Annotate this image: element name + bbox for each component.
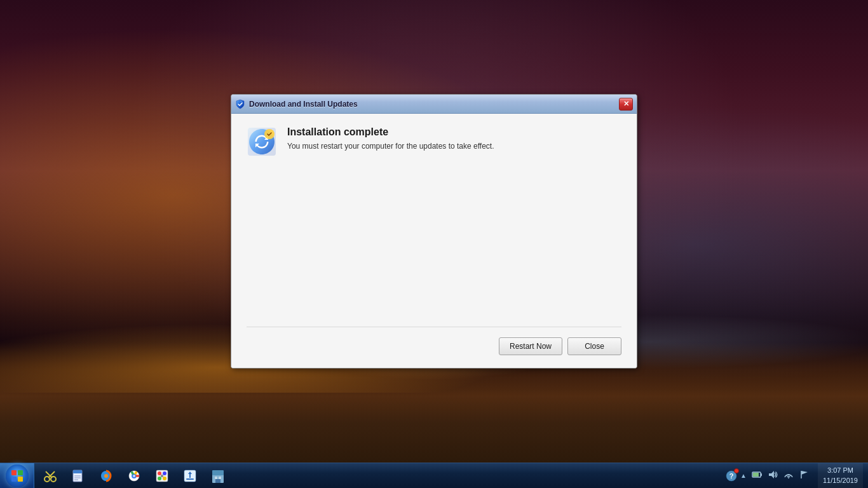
dialog-body-text: You must restart your computer for the u… xyxy=(287,142,621,151)
taskbar-pinned-icons xyxy=(34,463,234,488)
svg-rect-33 xyxy=(215,479,220,483)
svg-rect-28 xyxy=(186,478,194,480)
svg-rect-32 xyxy=(219,477,221,479)
tray-volume-icon[interactable] xyxy=(766,468,780,484)
start-orb xyxy=(6,464,29,487)
svg-rect-4 xyxy=(11,477,17,482)
system-tray: ? ▲ xyxy=(722,463,815,488)
tray-battery-icon[interactable] xyxy=(750,468,764,484)
taskbar-right: ? ▲ xyxy=(722,463,868,488)
dialog-overlay: Download and Install Updates ✕ xyxy=(0,0,868,463)
svg-rect-37 xyxy=(761,473,762,476)
svg-point-20 xyxy=(133,475,135,477)
dialog-content-area: Installation complete You must restart y… xyxy=(247,126,621,157)
svg-point-40 xyxy=(788,477,789,478)
svg-rect-31 xyxy=(215,477,217,479)
svg-point-16 xyxy=(104,474,108,478)
start-button[interactable] xyxy=(0,463,34,489)
taskbar: ? ▲ xyxy=(0,463,868,488)
close-button[interactable]: Close xyxy=(567,337,621,355)
taskbar-icon-windows-update[interactable] xyxy=(177,464,203,488)
titlebar-app-icon xyxy=(235,99,245,109)
clock-area[interactable]: 3:07 PM 11/15/2019 xyxy=(818,463,863,488)
taskbar-icon-paint[interactable] xyxy=(149,464,175,488)
dialog-body: Installation complete You must restart y… xyxy=(231,114,637,368)
tray-expand-button[interactable]: ▲ xyxy=(739,471,748,480)
dialog-spacer xyxy=(247,170,621,327)
taskbar-icon-chrome[interactable] xyxy=(121,464,147,488)
notification-badge xyxy=(734,468,739,473)
svg-rect-11 xyxy=(73,470,82,473)
taskbar-icon-scissors[interactable] xyxy=(37,464,64,488)
tray-help-icon[interactable]: ? xyxy=(726,470,737,482)
taskbar-icon-notepad[interactable] xyxy=(65,464,92,488)
taskbar-icon-firefox[interactable] xyxy=(93,464,119,488)
clock-time: 3:07 PM xyxy=(827,466,853,475)
svg-text:?: ? xyxy=(729,472,734,480)
svg-rect-3 xyxy=(18,470,23,475)
dialog-title: Download and Install Updates xyxy=(249,100,615,109)
dialog-window: Download and Install Updates ✕ xyxy=(231,94,637,369)
dialog-footer: Restart Now Close xyxy=(247,327,621,355)
dialog-text-area: Installation complete You must restart y… xyxy=(287,126,621,151)
taskbar-icon-home[interactable] xyxy=(205,464,231,488)
clock-date: 11/15/2019 xyxy=(823,476,858,485)
svg-rect-5 xyxy=(18,477,23,482)
dialog-heading: Installation complete xyxy=(287,126,621,138)
update-complete-icon xyxy=(247,126,277,157)
svg-rect-30 xyxy=(212,470,224,475)
tray-flag-icon[interactable] xyxy=(797,468,811,484)
tray-network-icon[interactable] xyxy=(782,468,796,484)
restart-now-button[interactable]: Restart Now xyxy=(499,337,562,355)
svg-marker-39 xyxy=(769,471,774,478)
svg-rect-38 xyxy=(753,473,759,477)
svg-rect-2 xyxy=(11,470,17,475)
svg-rect-26 xyxy=(161,475,163,477)
dialog-titlebar: Download and Install Updates ✕ xyxy=(231,95,637,114)
dialog-close-button[interactable]: ✕ xyxy=(619,98,633,111)
